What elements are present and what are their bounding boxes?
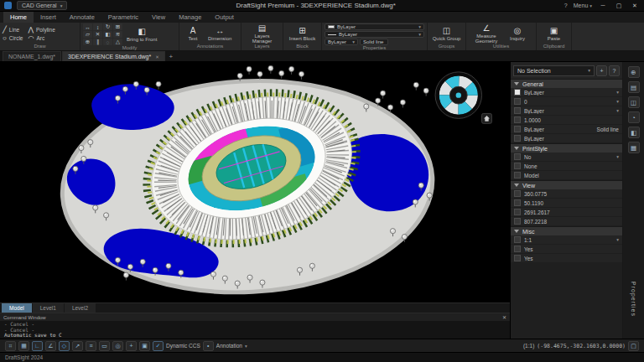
color-dropdown[interactable]: ByLayer ▾ — [325, 23, 424, 30]
prop-annotation-scale[interactable]: 1:1 ▾ — [511, 235, 622, 245]
layout-tab-model[interactable]: Model — [2, 303, 32, 313]
modify-tool-button[interactable]: ≋ — [113, 31, 122, 38]
linestyle-dropdown[interactable]: ByLayer ▾ — [325, 39, 358, 45]
polyline-tool-button[interactable]: ⋀Polyline — [28, 26, 55, 34]
prop-printstyle-table[interactable]: None — [511, 162, 622, 171]
drawing-viewport[interactable] — [0, 62, 510, 303]
section-misc[interactable]: Misc — [511, 226, 622, 235]
bring-to-front-button[interactable]: ◧ Bring to Front — [125, 28, 158, 42]
insert-block-button[interactable]: ⊞ Insert Block — [288, 27, 317, 41]
chevron-down-icon[interactable]: ▾ — [245, 344, 247, 349]
layers-manager-button[interactable]: ▤ Layers Manager — [245, 24, 280, 44]
command-window[interactable]: Command Window ✕ - Cancel - - Cancel - A… — [0, 313, 510, 339]
quick-group-icon: ◫ — [443, 27, 450, 35]
modify-tool-button[interactable]: ⊞ — [113, 23, 122, 30]
tab-annotate[interactable]: Annotate — [63, 12, 101, 23]
annotation-label[interactable]: Annotation — [216, 343, 242, 349]
section-printstyle[interactable]: PrintStyle — [511, 143, 622, 153]
section-view[interactable]: View — [511, 180, 622, 189]
modify-tool-button[interactable]: ↻ — [103, 23, 112, 30]
quick-select-button[interactable]: + — [596, 65, 607, 76]
display-options-button[interactable]: ▢ — [628, 341, 639, 351]
group-title-draw: Draw — [3, 44, 77, 50]
quick-group-button[interactable]: ◫ Quick Group — [431, 27, 463, 41]
modify-tool-button[interactable]: ▱ — [83, 31, 92, 38]
modify-tool-button[interactable]: ∥ — [93, 39, 102, 45]
dynamic-ccs-label[interactable]: Dynamic CCS — [166, 343, 200, 349]
prop-ucs-per-viewport[interactable]: Yes — [511, 254, 622, 263]
modify-tool-button[interactable]: ✕ — [93, 31, 102, 38]
tab-insert[interactable]: Insert — [34, 12, 63, 23]
tab-home[interactable]: Home — [3, 12, 34, 23]
doc-tab-stadium[interactable]: 3DEXPERIENCE Stadium.dwg* ✕ — [62, 51, 165, 61]
print-style-toggle[interactable]: ▭ — [99, 341, 110, 351]
prop-printstyle[interactable]: No ▾ — [511, 153, 622, 162]
prop-ucs-icon-on[interactable]: Yes — [511, 245, 622, 254]
new-tab-button[interactable]: + — [166, 51, 176, 61]
modify-tool-button[interactable]: ↔ — [83, 23, 92, 30]
prop-printstyle-space[interactable]: Model — [511, 171, 622, 180]
ribbon-group-groups: ◫ Quick Group Groups — [428, 23, 466, 50]
modify-tool-button[interactable]: ◧ — [103, 31, 112, 38]
prop-lineweight[interactable]: ByLayer Solid line — [511, 125, 622, 134]
panel-strip-button[interactable]: ⊕ — [628, 66, 640, 78]
arc-tool-button[interactable]: ◠Arc — [28, 34, 55, 42]
annotation-icon: • — [203, 341, 214, 351]
modify-tool-button[interactable]: ◌ — [103, 39, 112, 45]
measure-geometry-button[interactable]: ∠ Measure Geometry — [469, 24, 504, 44]
help-icon[interactable]: ? — [564, 3, 568, 8]
prop-linescale[interactable]: 1.0000 — [511, 116, 622, 125]
layout-tab-level1[interactable]: Level1 — [33, 303, 64, 313]
snap-toggle[interactable]: ⌗ — [5, 341, 16, 351]
workspace-selector[interactable]: CAD General ▾ — [17, 1, 67, 10]
circle-tool-button[interactable]: ○Circle — [3, 34, 23, 42]
tab-manage[interactable]: Manage — [172, 12, 208, 23]
dimension-tool-button[interactable]: ↔ Dimension — [206, 27, 233, 41]
modify-tool-button[interactable]: △ — [113, 39, 122, 45]
prop-layer[interactable]: 0 ▾ — [511, 97, 622, 106]
esnap-toggle[interactable]: ◇ — [59, 341, 70, 351]
panel-strip-button[interactable]: ◔ — [628, 111, 640, 123]
properties-tab-vertical[interactable]: Properties — [631, 282, 636, 317]
menu-button[interactable]: Menu ▾ — [574, 3, 592, 8]
quick-input-toggle[interactable]: ◎ — [112, 341, 123, 351]
tab-output[interactable]: Output — [208, 12, 241, 23]
modify-tool-button[interactable]: ↕ — [93, 23, 102, 30]
doc-tab-noname[interactable]: NONAME_1.dwg* — [3, 51, 61, 61]
lineweight-dropdown[interactable]: ByLayer ▾ — [325, 31, 424, 38]
selection-dropdown[interactable]: No Selection ▾ — [513, 65, 595, 76]
minimize-button[interactable]: ─ — [598, 3, 608, 8]
section-general[interactable]: General — [511, 79, 622, 88]
annotation-scale-value[interactable]: (1:1) — [523, 343, 534, 349]
linepattern-dropdown[interactable]: Solid line — [360, 39, 388, 45]
workspace-toggle[interactable]: ▣ — [139, 341, 150, 351]
text-tool-button[interactable]: A Text — [182, 27, 204, 41]
prop-linestyle[interactable]: ByLayer ▾ — [511, 106, 622, 116]
modify-tool-button[interactable]: ⊕ — [83, 39, 92, 45]
grid-toggle[interactable]: ▦ — [18, 341, 29, 351]
close-button[interactable]: ✕ — [630, 3, 640, 9]
close-icon[interactable]: ✕ — [502, 314, 506, 320]
etrack-toggle[interactable]: ↗ — [72, 341, 83, 351]
panel-strip-button[interactable]: ▦ — [628, 142, 640, 153]
panel-strip-button[interactable]: ◧ — [628, 127, 640, 138]
inquiry-button[interactable]: ◎ Inquiry — [506, 27, 528, 41]
line-tool-button[interactable]: ╱Line — [3, 26, 23, 34]
tab-parametric[interactable]: Parametric — [101, 12, 145, 23]
paste-button[interactable]: ▣ Paste — [543, 27, 565, 41]
maximize-button[interactable]: ▢ — [614, 3, 624, 9]
dynamic-ccs-checkbox[interactable]: ✓ — [153, 341, 164, 351]
panel-help-button[interactable]: ? — [609, 65, 620, 76]
close-tab-icon[interactable]: ✕ — [155, 54, 159, 59]
lineweight-toggle[interactable]: ≡ — [86, 341, 96, 351]
prop-transparency[interactable]: ByLayer — [511, 134, 622, 143]
polar-toggle[interactable]: ∠ — [45, 341, 56, 351]
tab-view[interactable]: View — [145, 12, 172, 23]
layout-tab-level2[interactable]: Level2 — [65, 303, 96, 313]
panel-strip-button[interactable]: ▤ — [628, 81, 640, 93]
panel-strip-button[interactable]: ◫ — [628, 96, 640, 108]
command-prompt[interactable]: Automatic save to C — [4, 333, 506, 338]
ortho-toggle[interactable]: ∟ — [32, 341, 43, 351]
prop-color[interactable]: ByLayer ▾ — [511, 88, 622, 97]
crosshair-toggle[interactable]: + — [126, 341, 137, 351]
